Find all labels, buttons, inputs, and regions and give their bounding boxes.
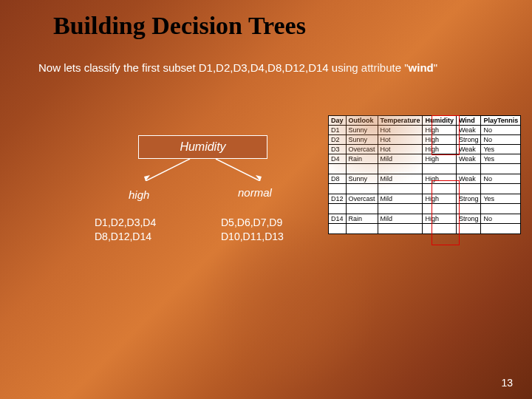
table-cell: Sunny (346, 135, 378, 145)
table-cell: Overcast (346, 194, 378, 204)
table-cell: High (423, 135, 457, 145)
data-table: Day Outlook Temperature Humidity Wind Pl… (328, 115, 521, 234)
table-cell: No (481, 126, 521, 135)
table-cell: D2 (329, 135, 347, 145)
table-row: D1SunnyHotHighWeakNo (329, 126, 521, 135)
table-gap-cell (456, 204, 481, 214)
table-gap-row (329, 224, 521, 234)
th-humidity: Humidity (423, 116, 457, 126)
table-cell: High (423, 126, 457, 135)
table-cell: High (423, 154, 457, 164)
table-cell: D14 (329, 214, 347, 224)
table-gap-cell (481, 224, 521, 234)
table-cell: High (423, 214, 457, 224)
branch-label-normal: normal (238, 186, 272, 199)
table-cell: Hot (378, 135, 423, 145)
table-cell: Weak (456, 145, 481, 154)
leaf-left-line1: D1,D2,D3,D4 (95, 216, 156, 230)
table-cell: Weak (456, 154, 481, 164)
table-gap-cell (329, 184, 347, 194)
table-row: D8SunnyMildHighWeakNo (329, 174, 521, 184)
table-cell: High (423, 174, 457, 184)
leaf-right-line2: D10,D11,D13 (221, 230, 284, 244)
table-row: D4RainMildHighWeakYes (329, 154, 521, 164)
table-cell: No (481, 214, 521, 224)
table-cell: Mild (378, 194, 423, 204)
table-cell: Mild (378, 214, 423, 224)
branch-label-high: high (129, 188, 149, 201)
table-gap-cell (378, 204, 423, 214)
table-gap-cell (456, 224, 481, 234)
table-cell: Weak (456, 126, 481, 135)
table-gap-row (329, 184, 521, 194)
quote-close: " (434, 61, 437, 74)
th-play: PlayTennis (481, 116, 521, 126)
table-gap-cell (378, 164, 423, 174)
table-gap-cell (423, 224, 457, 234)
table-gap-cell (423, 204, 457, 214)
table-gap-cell (346, 164, 378, 174)
svg-line-0 (146, 159, 190, 181)
table-gap-row (329, 164, 521, 174)
tree-branches (138, 159, 267, 181)
table-header-row: Day Outlook Temperature Humidity Wind Pl… (329, 116, 521, 126)
table-cell: Strong (456, 214, 481, 224)
th-wind: Wind (456, 116, 481, 126)
table-cell: Rain (346, 154, 378, 164)
table-gap-cell (456, 164, 481, 174)
table-gap-cell (346, 224, 378, 234)
table-cell: Yes (481, 194, 521, 204)
leaf-left: D1,D2,D3,D4 D8,D12,D14 (95, 216, 156, 244)
table-gap-cell (346, 204, 378, 214)
table-row: D12OvercastMildHighStrongYes (329, 194, 521, 204)
table-gap-cell (423, 184, 457, 194)
table-cell: Strong (456, 194, 481, 204)
table-cell: High (423, 145, 457, 154)
table-cell: No (481, 135, 521, 145)
table-cell: D1 (329, 126, 347, 135)
table-gap-row (329, 204, 521, 214)
body-prefix: Now lets classify the first subset D1,D2… (38, 61, 404, 74)
table-gap-cell (329, 224, 347, 234)
body-attr: wind (409, 61, 434, 74)
table-cell: No (481, 174, 521, 184)
table-cell: Strong (456, 135, 481, 145)
table-cell: Overcast (346, 145, 378, 154)
th-day: Day (329, 116, 347, 126)
table-cell: D12 (329, 194, 347, 204)
table-cell: Sunny (346, 174, 378, 184)
table-gap-cell (481, 184, 521, 194)
table-cell: D4 (329, 154, 347, 164)
table-cell: D3 (329, 145, 347, 154)
body-text: Now lets classify the first subset D1,D2… (0, 40, 443, 75)
table-cell: Sunny (346, 126, 378, 135)
slide-title: Building Decision Trees (0, 0, 532, 40)
table-gap-cell (456, 184, 481, 194)
table-gap-cell (481, 164, 521, 174)
page-number: 13 (501, 377, 513, 389)
table-gap-cell (329, 164, 347, 174)
table-cell: Yes (481, 154, 521, 164)
table-cell: High (423, 194, 457, 204)
leaf-left-line2: D8,D12,D14 (95, 230, 156, 244)
table-gap-cell (481, 204, 521, 214)
table-cell: Yes (481, 145, 521, 154)
leaf-right-line1: D5,D6,D7,D9 (221, 216, 284, 230)
th-temp: Temperature (378, 116, 423, 126)
table-gap-cell (329, 204, 347, 214)
table-gap-cell (346, 184, 378, 194)
table-gap-cell (378, 184, 423, 194)
table-cell: Mild (378, 174, 423, 184)
table-row: D3OvercastHotHighWeakYes (329, 145, 521, 154)
table-cell: Weak (456, 174, 481, 184)
table-cell: Hot (378, 126, 423, 135)
table-row: D14RainMildHighStrongNo (329, 214, 521, 224)
table-cell: Mild (378, 154, 423, 164)
table-cell: Hot (378, 145, 423, 154)
tree-root-node: Humidity (138, 135, 267, 159)
table-cell: Rain (346, 214, 378, 224)
th-outlook: Outlook (346, 116, 378, 126)
table-gap-cell (378, 224, 423, 234)
table-gap-cell (423, 164, 457, 174)
table-cell: D8 (329, 174, 347, 184)
